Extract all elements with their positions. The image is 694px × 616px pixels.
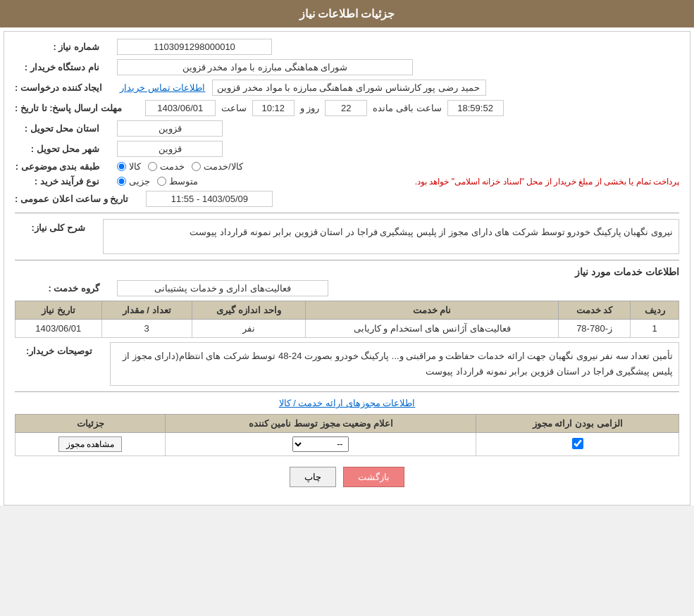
creator-row: حمید رضی پور کارشناس شورای هماهنگی مبارز…: [15, 80, 679, 96]
permit-table-row: -- مشاهده مجوز: [16, 433, 679, 456]
city-row: قزوین شهر محل تحویل :: [15, 141, 679, 157]
process-partial-item: جزیی: [117, 176, 150, 187]
permit-details-cell: مشاهده مجوز: [16, 433, 166, 456]
province-row: قزوین استان محل تحویل :: [15, 120, 679, 137]
col-code: کد خدمت: [558, 301, 630, 320]
category-goods-service-item: کالا/خدمت: [192, 161, 243, 172]
time-value: 10:12: [252, 100, 295, 116]
cell-row: 1: [631, 320, 679, 338]
cell-count: 3: [101, 320, 192, 338]
services-section-title: اطلاعات خدمات مورد نیاز: [15, 266, 679, 277]
service-group-value: فعالیت‌های اداری و خدمات پشتیبانی: [117, 280, 328, 296]
permit-section-link[interactable]: اطلاعات مجوزهای ارائه خدمت / کالا: [15, 398, 679, 408]
buyer-row: شورای هماهنگی مبارزه با مواد مخدر قزوین …: [15, 59, 679, 75]
category-radio-group: کالا/خدمت خدمت کالا: [117, 161, 243, 172]
countdown-value: 18:59:52: [447, 100, 504, 116]
category-goods-service-radio[interactable]: [192, 162, 201, 171]
cell-date: 1403/06/01: [16, 320, 102, 338]
need-number-value: 1103091298000010: [117, 39, 272, 55]
deadline-row: 18:59:52 ساعت باقی مانده 22 روز و 10:12 …: [15, 100, 679, 116]
services-table: ردیف کد خدمت نام خدمت واحد اندازه گیری ت…: [15, 301, 679, 338]
creator-value: حمید رضی پور کارشناس شورای هماهنگی مبارز…: [212, 80, 485, 96]
description-section: نیروی نگهبان پارکینگ خودرو توسط شرکت های…: [15, 219, 679, 254]
day-value: 22: [325, 100, 367, 116]
page-container: جزئیات اطلاعات نیاز 1103091298000010 شما…: [0, 0, 694, 505]
process-medium-item: متوسط: [157, 176, 198, 187]
category-service-label: خدمت: [160, 161, 185, 172]
permit-col-details: جزئیات: [16, 415, 166, 433]
process-partial-label: جزیی: [129, 176, 150, 187]
province-label: استان محل تحویل :: [15, 123, 99, 134]
col-unit: واحد اندازه گیری: [192, 301, 306, 320]
process-notice: پرداخت تمام یا بخشی از مبلغ خریدار از مح…: [205, 177, 679, 187]
cell-name: فعالیت‌های آژانس های استخدام و کاریابی: [306, 320, 558, 338]
buyer-label: نام دستگاه خریدار :: [15, 62, 99, 73]
description-title: شرح کلی نیاز:: [15, 219, 85, 233]
process-medium-radio[interactable]: [157, 177, 166, 186]
back-button[interactable]: بازگشت: [343, 467, 404, 487]
contact-link[interactable]: اطلاعات تماس خریدار: [120, 82, 205, 93]
process-partial-radio[interactable]: [117, 177, 126, 186]
services-table-header-row: ردیف کد خدمت نام خدمت واحد اندازه گیری ت…: [16, 301, 679, 320]
col-name: نام خدمت: [306, 301, 558, 320]
page-header: جزئیات اطلاعات نیاز: [0, 0, 694, 27]
buyer-desc-value: تأمین تعداد سه نفر نیروی نگهبان جهت ارائ…: [110, 342, 679, 386]
need-number-label: شماره نیاز :: [15, 42, 99, 52]
col-date: تاریخ نیاز: [16, 301, 102, 320]
permit-status-select[interactable]: --: [292, 436, 349, 452]
category-service-radio[interactable]: [148, 162, 157, 171]
buyer-value: شورای هماهنگی مبارزه با مواد مخدر قزوین: [117, 59, 413, 75]
print-button[interactable]: چاپ: [290, 467, 336, 487]
city-value: قزوین: [117, 141, 223, 157]
time-label: ساعت: [221, 103, 247, 113]
permit-table-header-row: الزامی بودن ارائه مجوز اعلام وضعیت مجوز …: [16, 415, 679, 433]
category-goods-item: کالا: [117, 161, 141, 172]
col-count: تعداد / مقدار: [101, 301, 192, 320]
divider-2: [15, 260, 679, 260]
divider-3: [15, 391, 679, 392]
page-title: جزئیات اطلاعات نیاز: [299, 8, 395, 20]
announce-label: تاریخ و ساعت اعلان عمومی :: [15, 194, 128, 204]
category-goods-service-label: کالا/خدمت: [204, 161, 243, 172]
permit-required-cell: [476, 433, 679, 456]
creator-label: ایجاد کننده درخواست :: [15, 82, 102, 93]
divider-1: [15, 213, 679, 213]
service-group-label: گروه خدمت :: [15, 283, 99, 294]
table-row: 1 ز-780-78 فعالیت‌های آژانس های استخدام …: [16, 320, 679, 338]
need-number-row: 1103091298000010 شماره نیاز :: [15, 39, 679, 55]
cell-code: ز-780-78: [558, 320, 630, 338]
cell-unit: نفر: [192, 320, 306, 338]
service-group-row: فعالیت‌های اداری و خدمات پشتیبانی گروه خ…: [15, 280, 679, 296]
permit-status-cell: --: [166, 433, 476, 456]
countdown-label: ساعت باقی مانده: [373, 103, 441, 113]
category-label: طبقه بندی موضوعی :: [15, 161, 99, 172]
announce-row: 1403/05/09 - 11:55 تاریخ و ساعت اعلان عم…: [15, 191, 679, 207]
process-radio-group: متوسط جزیی: [117, 176, 198, 187]
view-permit-button[interactable]: مشاهده مجوز: [58, 436, 122, 452]
main-content: 1103091298000010 شماره نیاز : شورای هماه…: [4, 31, 690, 505]
category-service-item: خدمت: [148, 161, 185, 172]
bottom-buttons: بازگشت چاپ: [15, 467, 679, 487]
category-goods-radio[interactable]: [117, 162, 126, 171]
province-value: قزوین: [117, 120, 223, 137]
permit-required-checkbox[interactable]: [572, 438, 583, 449]
permit-col-required: الزامی بودن ارائه مجوز: [476, 415, 679, 433]
buyer-desc-section: تأمین تعداد سه نفر نیروی نگهبان جهت ارائ…: [15, 342, 679, 386]
process-label: نوع فرآیند خرید :: [15, 176, 99, 187]
date-value: 1403/06/01: [145, 100, 216, 116]
process-medium-label: متوسط: [169, 176, 198, 187]
city-label: شهر محل تحویل :: [15, 144, 99, 154]
col-row: ردیف: [631, 301, 679, 320]
category-goods-label: کالا: [129, 161, 141, 172]
buyer-desc-label: توصیحات خریدار:: [15, 342, 92, 356]
permit-col-status: اعلام وضعیت مجوز توسط نامین کننده: [166, 415, 476, 433]
day-label: روز و: [300, 103, 320, 113]
description-value: نیروی نگهبان پارکینگ خودرو توسط شرکت های…: [103, 219, 679, 254]
permit-table: الزامی بودن ارائه مجوز اعلام وضعیت مجوز …: [15, 414, 679, 456]
announce-value: 1403/05/09 - 11:55: [146, 191, 273, 207]
category-row: کالا/خدمت خدمت کالا طبقه بندی موضوعی :: [15, 161, 679, 172]
process-row: پرداخت تمام یا بخشی از مبلغ خریدار از مح…: [15, 176, 679, 187]
deadline-label: مهلت ارسال پاسخ: تا تاریخ :: [15, 103, 122, 113]
